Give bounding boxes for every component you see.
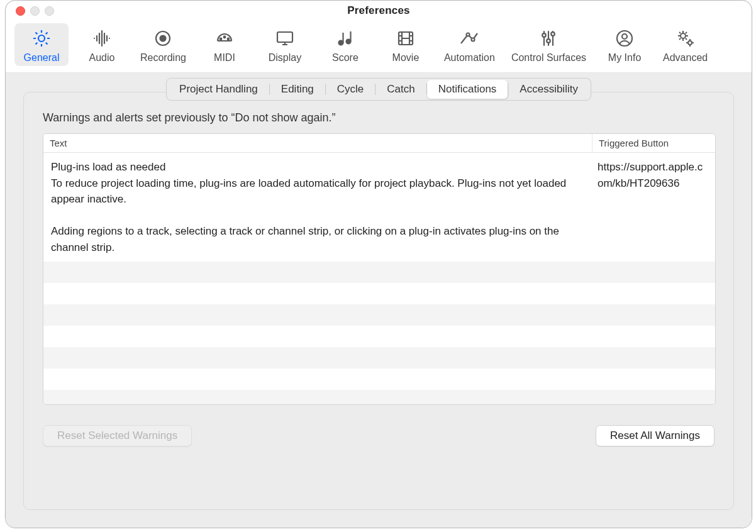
svg-point-14 <box>552 32 555 36</box>
toolbar-item-score[interactable]: Score <box>318 23 372 66</box>
toolbar-item-audio[interactable]: Audio <box>75 23 129 66</box>
preferences-content: Project Handling Editing Cycle Catch Not… <box>6 73 752 528</box>
svg-point-17 <box>681 33 686 38</box>
gears-icon <box>674 27 697 50</box>
empty-row-stripes <box>43 262 715 404</box>
toolbar-item-label: Display <box>269 52 301 64</box>
toolbar-item-midi[interactable]: MIDI <box>197 23 252 66</box>
toolbar-item-label: Score <box>332 52 359 64</box>
midi-port-icon <box>213 27 236 50</box>
panel-description: Warnings and alerts set previously to “D… <box>43 111 714 125</box>
music-notes-icon <box>334 27 357 50</box>
toolbar-item-general[interactable]: General <box>14 23 69 66</box>
minimize-icon[interactable] <box>30 6 40 16</box>
window-controls <box>6 6 54 16</box>
svg-point-13 <box>547 39 551 43</box>
user-circle-icon <box>613 27 636 50</box>
toolbar-item-label: MIDI <box>214 52 235 64</box>
film-strip-icon <box>394 27 417 50</box>
toolbar-item-label: My Info <box>608 52 641 64</box>
zoom-icon[interactable] <box>45 6 54 16</box>
reset-selected-warnings-button: Reset Selected Warnings <box>43 425 192 446</box>
record-icon <box>152 27 174 50</box>
svg-point-16 <box>622 34 627 39</box>
svg-point-5 <box>228 38 230 40</box>
toolbar-item-label: General <box>24 52 60 64</box>
svg-point-12 <box>543 33 547 37</box>
table-row[interactable]: Plug-ins load as needed To reduce projec… <box>43 153 715 262</box>
table-header: Text Triggered Button <box>43 134 715 153</box>
subtab-catch[interactable]: Catch <box>375 80 426 99</box>
gear-icon <box>30 27 53 50</box>
svg-point-0 <box>38 35 45 42</box>
table-body: Plug-ins load as needed To reduce projec… <box>43 153 715 404</box>
cell-text: Plug-ins load as needed To reduce projec… <box>43 153 590 262</box>
svg-point-2 <box>160 36 166 42</box>
toolbar-item-recording[interactable]: Recording <box>135 23 191 66</box>
general-subtabs: Project Handling Editing Cycle Catch Not… <box>166 78 591 101</box>
subtab-notifications[interactable]: Notifications <box>427 80 508 99</box>
svg-point-11 <box>472 38 475 42</box>
reset-all-warnings-button[interactable]: Reset All Warnings <box>596 425 714 446</box>
svg-rect-6 <box>277 32 292 42</box>
window-title: Preferences <box>6 4 752 17</box>
column-header-text[interactable]: Text <box>43 134 592 153</box>
preferences-window: Preferences General Audio <box>5 0 752 528</box>
svg-point-18 <box>688 41 692 45</box>
toolbar-item-my-info[interactable]: My Info <box>598 23 652 66</box>
toolbar-item-label: Control Surfaces <box>511 52 586 64</box>
cell-triggered: https://support.apple.com/kb/HT209636 <box>590 153 715 262</box>
toolbar-item-movie[interactable]: Movie <box>379 23 433 66</box>
svg-point-3 <box>220 38 222 40</box>
window-titlebar: Preferences <box>6 1 752 21</box>
subtab-project-handling[interactable]: Project Handling <box>168 80 269 99</box>
subtab-accessibility[interactable]: Accessibility <box>508 80 589 99</box>
automation-curve-icon <box>458 27 481 50</box>
subtab-cycle[interactable]: Cycle <box>326 80 375 99</box>
toolbar-item-display[interactable]: Display <box>258 23 312 66</box>
panel-buttons: Reset Selected Warnings Reset All Warnin… <box>43 425 714 446</box>
column-header-triggered[interactable]: Triggered Button <box>592 134 715 153</box>
toolbar-item-label: Advanced <box>663 52 708 64</box>
svg-point-10 <box>467 33 470 36</box>
faders-icon <box>537 27 560 50</box>
toolbar-item-label: Movie <box>392 52 420 64</box>
toolbar-item-control-surfaces[interactable]: Control Surfaces <box>506 23 591 66</box>
toolbar-item-automation[interactable]: Automation <box>439 23 500 66</box>
svg-point-4 <box>224 36 226 38</box>
toolbar-item-advanced[interactable]: Advanced <box>658 23 713 66</box>
monitor-icon <box>274 27 296 50</box>
preferences-toolbar: General Audio Recording <box>6 21 752 73</box>
notifications-panel: Warnings and alerts set previously to “D… <box>23 92 734 510</box>
toolbar-item-label: Automation <box>444 52 495 64</box>
toolbar-item-label: Recording <box>140 52 186 64</box>
subtab-editing[interactable]: Editing <box>270 80 325 99</box>
close-icon[interactable] <box>16 6 25 16</box>
warnings-table: Text Triggered Button Plug-ins load as n… <box>43 133 716 405</box>
toolbar-item-label: Audio <box>89 52 115 64</box>
waveform-icon <box>91 27 113 50</box>
